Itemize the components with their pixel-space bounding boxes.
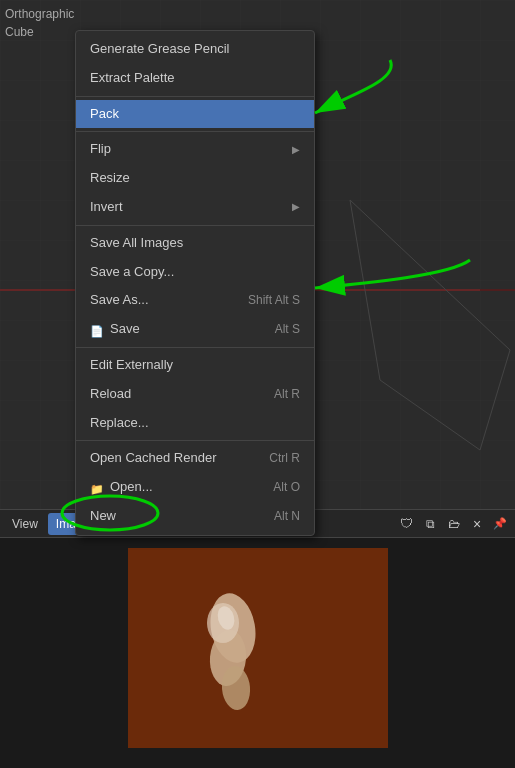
menu-item-new[interactable]: New Alt N — [76, 502, 314, 531]
save-file-icon: 📄 — [90, 323, 104, 337]
open-shortcut: Alt O — [273, 478, 300, 497]
image-preview-area[interactable] — [0, 538, 515, 768]
menu-item-open-cached-render[interactable]: Open Cached Render Ctrl R — [76, 444, 314, 473]
menu-item-reload[interactable]: Reload Alt R — [76, 380, 314, 409]
menu-item-extract-palette[interactable]: Extract Palette — [76, 64, 314, 93]
reload-shortcut: Alt R — [274, 385, 300, 404]
invert-arrow-icon: ▶ — [292, 199, 300, 215]
context-menu: Generate Grease Pencil Extract Palette P… — [75, 30, 315, 536]
menu-item-replace[interactable]: Replace... — [76, 409, 314, 438]
folder-icon: 📁 — [90, 481, 104, 495]
pin-button[interactable]: 📌 — [489, 513, 511, 535]
shield-button[interactable]: 🛡 — [395, 513, 417, 535]
menu-item-resize[interactable]: Resize — [76, 164, 314, 193]
image-canvas — [128, 548, 388, 748]
menu-item-flip[interactable]: Flip ▶ — [76, 135, 314, 164]
menu-item-save-all-images[interactable]: Save All Images — [76, 229, 314, 258]
close-icon: × — [473, 516, 481, 532]
menu-divider-2 — [76, 131, 314, 132]
menu-divider-4 — [76, 347, 314, 348]
menu-item-save[interactable]: 📄 Save Alt S — [76, 315, 314, 344]
bottom-panel: View Image* ▾ Material Base Color 🛡 ⧉ 🗁 … — [0, 509, 515, 768]
shield-icon: 🛡 — [400, 516, 413, 531]
menu-item-save-as[interactable]: Save As... Shift Alt S — [76, 286, 314, 315]
view-mode-label: Orthographic — [5, 5, 74, 23]
copy-icon: ⧉ — [426, 517, 435, 531]
menu-item-open[interactable]: 📁 Open... Alt O — [76, 473, 314, 502]
copy-button[interactable]: ⧉ — [419, 513, 441, 535]
menu-divider-5 — [76, 440, 314, 441]
pin-icon: 📌 — [493, 517, 507, 530]
viewport-labels: Orthographic Cube — [5, 5, 74, 41]
save-as-shortcut: Shift Alt S — [248, 291, 300, 310]
new-shortcut: Alt N — [274, 507, 300, 526]
folder-browse-button[interactable]: 🗁 — [443, 513, 465, 535]
menu-item-edit-externally[interactable]: Edit Externally — [76, 351, 314, 380]
menu-divider-3 — [76, 225, 314, 226]
save-shortcut: Alt S — [275, 320, 300, 339]
flip-arrow-icon: ▶ — [292, 142, 300, 158]
open-cached-shortcut: Ctrl R — [269, 449, 300, 468]
menu-divider-1 — [76, 96, 314, 97]
menu-item-pack[interactable]: Pack — [76, 100, 314, 129]
object-name-label: Cube — [5, 23, 74, 41]
menu-item-generate-grease-pencil[interactable]: Generate Grease Pencil — [76, 35, 314, 64]
menu-item-save-a-copy[interactable]: Save a Copy... — [76, 258, 314, 287]
menu-item-invert[interactable]: Invert ▶ — [76, 193, 314, 222]
folder-browse-icon: 🗁 — [448, 517, 460, 531]
close-button[interactable]: × — [467, 514, 487, 534]
view-menu-button[interactable]: View — [4, 513, 46, 535]
